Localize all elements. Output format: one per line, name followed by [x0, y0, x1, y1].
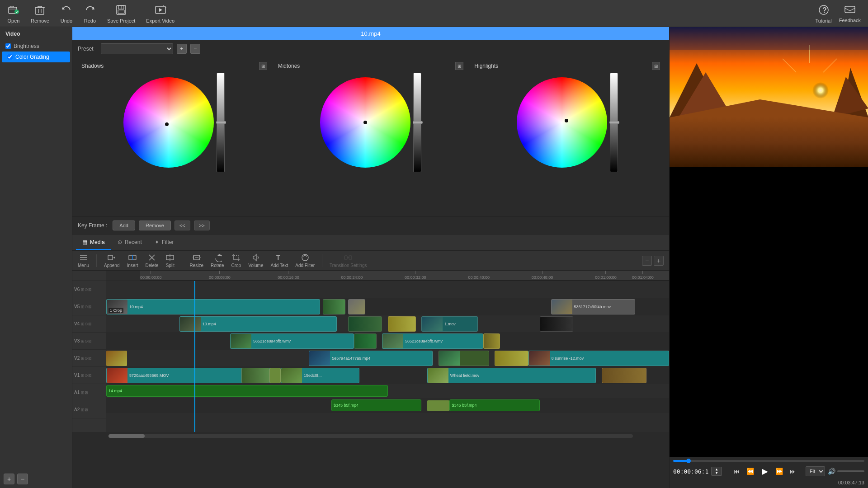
progress-thumb[interactable] — [686, 459, 691, 463]
keyframe-add-button[interactable]: Add — [113, 221, 135, 230]
volume-button[interactable]: Volume — [248, 253, 263, 268]
track-v2: 5e57a4a1477a9.mp4 8 sunrise -12.mov — [106, 350, 669, 367]
svg-line-17 — [850, 8, 855, 11]
shadows-slider-handle — [216, 121, 226, 124]
track-label-v6: V6 ⊞⊙⊠ — [72, 281, 106, 298]
a2-clip2[interactable] — [427, 400, 450, 411]
shadows-slider[interactable] — [217, 73, 225, 172]
a2-clip1[interactable]: $345 b5f.mp4 — [331, 399, 421, 411]
timeline-scrollbar[interactable] — [108, 434, 633, 438]
highlights-slider[interactable] — [610, 73, 618, 172]
v3-clip1[interactable]: 56521ce8a4bfb.wmv — [230, 333, 354, 349]
v1-clip4[interactable]: Wheat field.mov — [427, 368, 596, 383]
timeline-scrollbar-thumb[interactable] — [108, 434, 145, 438]
v5-clip2[interactable] — [323, 299, 345, 314]
rotate-button[interactable]: Rotate — [211, 253, 224, 268]
midtones-slider-handle — [413, 121, 423, 124]
v4-clip2[interactable] — [348, 316, 382, 332]
brightness-checkbox[interactable] — [5, 43, 11, 49]
color-grading-item[interactable]: Color Grading — [2, 52, 70, 62]
playhead[interactable] — [194, 281, 195, 432]
crop-button[interactable]: Crop — [231, 253, 241, 268]
highlights-expand-button[interactable]: ⊞ — [652, 62, 660, 70]
step-forward-button[interactable]: ⏩ — [774, 465, 785, 477]
preset-select[interactable] — [101, 43, 173, 54]
midtones-slider[interactable] — [413, 73, 421, 172]
color-grading-checkbox[interactable] — [7, 54, 13, 60]
media-icon: ▤ — [82, 239, 87, 245]
delete-button[interactable]: Delete — [146, 253, 159, 268]
midtones-wheel[interactable] — [320, 77, 410, 168]
shadows-expand-button[interactable]: ⊞ — [259, 62, 267, 70]
v1-clip2b[interactable] — [269, 368, 281, 383]
insert-button[interactable]: Insert — [127, 253, 138, 268]
video-section-title: Video — [0, 27, 72, 41]
progress-bar[interactable] — [673, 460, 864, 462]
v5-clip3[interactable] — [348, 299, 365, 314]
keyframe-prev-button[interactable]: << — [175, 221, 190, 230]
play-pause-button[interactable]: ▶ — [758, 465, 772, 478]
svg-rect-43 — [670, 27, 868, 50]
zoom-in-button[interactable]: + — [654, 256, 664, 266]
tab-media[interactable]: ▤ Media — [76, 235, 111, 250]
skip-to-start-button[interactable]: ⏮ — [731, 465, 743, 477]
add-effect-button[interactable]: + — [4, 474, 14, 484]
v2-clip3[interactable] — [495, 351, 528, 366]
export-video-button[interactable]: Export Video — [146, 4, 175, 23]
keyframe-next-button[interactable]: >> — [194, 221, 210, 230]
time-stepper[interactable]: ▲ ▼ — [711, 467, 722, 476]
remove-effect-button[interactable]: − — [17, 474, 28, 484]
add-filter-button[interactable]: Add Filter — [295, 253, 315, 268]
highlights-section: Highlights ⊞ — [469, 62, 665, 213]
a1-clip1[interactable]: 14.mp4 — [106, 385, 388, 397]
brightness-item[interactable]: Brightness — [0, 41, 72, 52]
zoom-out-button[interactable]: − — [642, 256, 652, 266]
preset-remove-button[interactable]: − — [190, 44, 200, 54]
v4-clip3[interactable] — [388, 316, 416, 332]
ruler-mark-4: 00:00:32:00 — [405, 271, 426, 280]
volume-slider[interactable] — [837, 470, 864, 472]
save-project-button[interactable]: Save Project — [107, 4, 135, 23]
append-button[interactable]: Append — [104, 253, 119, 268]
v1-clip5[interactable] — [602, 368, 647, 383]
v4-clip4[interactable]: 1.mov — [421, 316, 478, 332]
keyframe-remove-button[interactable]: Remove — [139, 221, 171, 230]
v1-clip3[interactable]: 15edc0f... — [281, 368, 359, 383]
tab-filter[interactable]: ✦ Filter — [148, 235, 180, 250]
split-button[interactable]: Split — [165, 253, 175, 268]
v3-clip3[interactable]: 56521ce8a4bfb.wmv — [382, 333, 483, 349]
shadows-wheel[interactable] — [123, 77, 214, 168]
v2-clip1[interactable]: 5e57a4a1477a9.mp4 — [309, 351, 433, 366]
tab-recent[interactable]: ⊙ Recent — [111, 235, 148, 250]
undo-button[interactable]: Undo — [60, 4, 73, 23]
menu-button[interactable]: Menu — [78, 253, 89, 268]
v4-clip1[interactable]: 10.mp4 — [179, 316, 337, 332]
preset-add-button[interactable]: + — [177, 44, 187, 54]
feedback-button[interactable]: Feedback — [839, 4, 861, 23]
open-button[interactable]: Open — [7, 4, 20, 23]
playback-row: 00:00:06:1 ▲ ▼ ⏮ ⏪ ▶ ⏩ ⏭ F — [673, 465, 864, 478]
v5-clip1[interactable]: 10.mp4 1 Crop — [106, 299, 320, 314]
redo-button[interactable]: Redo — [84, 4, 96, 23]
svg-rect-21 — [108, 255, 113, 260]
a2-clip3[interactable]: $345 b5f.mp4 — [449, 399, 539, 411]
step-back-button[interactable]: ⏪ — [745, 465, 756, 477]
zoom-controls: − + — [642, 256, 664, 266]
add-text-button[interactable]: T Add Text — [271, 253, 288, 268]
highlights-wheel[interactable] — [517, 77, 607, 168]
remove-button[interactable]: Remove — [31, 4, 49, 23]
volume-section: 🔊 — [828, 468, 864, 475]
v1-clip2[interactable] — [241, 368, 269, 383]
v2-clip2[interactable] — [439, 351, 489, 366]
skip-to-end-button[interactable]: ⏭ — [787, 465, 799, 477]
midtones-expand-button[interactable]: ⊞ — [455, 62, 463, 70]
v5-clip4[interactable]: 5361717c90f4b.mov — [551, 299, 636, 314]
v2-clip4[interactable]: 8 sunrise -12.mov — [528, 351, 669, 366]
resize-button[interactable]: Resize — [189, 253, 203, 268]
transition-settings-button[interactable]: Transition Settings — [330, 253, 367, 268]
fit-select[interactable]: Fit — [806, 466, 825, 476]
v4-clip5[interactable] — [540, 316, 574, 332]
v3-clip2[interactable] — [354, 333, 377, 349]
v3-clip4[interactable] — [483, 333, 500, 349]
tutorial-button[interactable]: ? Tutorial — [815, 4, 831, 23]
